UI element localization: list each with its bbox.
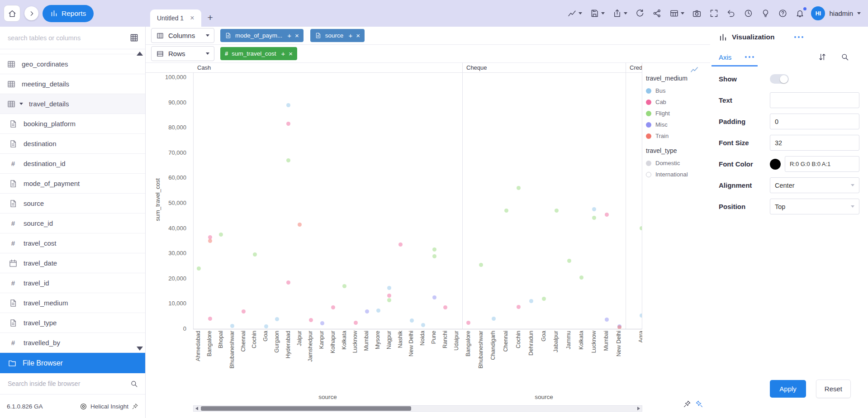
scroll-down-icon[interactable] [137, 347, 143, 351]
remove-icon[interactable]: × [356, 32, 360, 39]
main-area: Columns mode_of_paym...+×source+× Rows #… [146, 27, 710, 418]
legend-item-international[interactable]: International [646, 169, 709, 180]
tab-axis[interactable]: Axis [719, 48, 731, 66]
field-item-meeting_details[interactable]: meeting_details [0, 74, 145, 94]
chip-label: sum_travel_cost [232, 50, 276, 57]
field-item-destination_id[interactable]: #destination_id [0, 154, 145, 174]
field-item-travel_type[interactable]: travel_type [0, 313, 145, 333]
add-icon[interactable]: + [281, 50, 285, 57]
tab-untitled-1[interactable]: Untitled 1 × [150, 10, 201, 27]
sort-icon[interactable] [818, 52, 827, 62]
legend-item-bus[interactable]: Bus [646, 85, 709, 96]
remove-icon[interactable]: × [289, 50, 293, 57]
add-icon[interactable]: + [287, 32, 291, 39]
history-glyph [744, 9, 753, 18]
add-icon[interactable]: + [348, 32, 352, 39]
padding-input[interactable] [770, 114, 859, 129]
x-tick-label: Goa [541, 331, 547, 342]
share-icon[interactable] [652, 9, 662, 18]
field-item-travel_cost[interactable]: #travel_cost [0, 233, 145, 253]
field-item-source_id[interactable]: #source_id [0, 214, 145, 233]
field-item-source[interactable]: source [0, 194, 145, 214]
export-icon[interactable] [612, 9, 627, 18]
font-color-input[interactable] [785, 156, 859, 172]
legend-item-cab[interactable]: Cab [646, 96, 709, 108]
new-tab-button[interactable]: + [208, 13, 213, 22]
reports-button[interactable]: Reports [43, 5, 94, 22]
forward-button[interactable] [24, 6, 38, 20]
field-item-travel_date[interactable]: travel_date [0, 253, 145, 273]
chip-source[interactable]: source+× [310, 29, 365, 42]
file-search-input[interactable] [7, 380, 125, 388]
apply-button[interactable]: Apply [770, 380, 806, 398]
field-item-travel_id[interactable]: #travel_id [0, 273, 145, 293]
font-color-swatch[interactable] [770, 159, 781, 170]
field-item-travel_medium[interactable]: travel_medium [0, 293, 145, 313]
table-view-icon[interactable] [669, 9, 684, 18]
data-point [443, 305, 447, 309]
columns-dropdown[interactable]: Columns [151, 28, 214, 43]
refresh-icon[interactable] [635, 9, 645, 18]
y-tick-label: 40,000 [149, 225, 186, 232]
x-tick-label: New Delhi [616, 331, 622, 356]
snapshot-icon[interactable] [692, 9, 702, 18]
history-icon[interactable] [744, 9, 753, 18]
field-control [770, 156, 859, 172]
horizontal-scrollbar[interactable] [193, 405, 642, 412]
legend-item-misc[interactable]: Misc [646, 119, 709, 130]
more-options-icon[interactable] [794, 36, 803, 38]
font-size-input[interactable] [770, 135, 859, 151]
sparkline-icon[interactable] [690, 66, 699, 75]
home-button[interactable] [4, 5, 20, 22]
reset-button[interactable]: Reset [816, 380, 851, 398]
legend-item-flight[interactable]: Flight [646, 108, 709, 119]
idea-icon[interactable] [761, 9, 770, 18]
field-item-travel_details[interactable]: travel_details [0, 94, 145, 114]
alignment-select[interactable]: Center [770, 177, 859, 193]
pin-icon[interactable] [132, 403, 138, 410]
chip-mode-of-paym-[interactable]: mode_of_paym...+× [220, 29, 304, 42]
legend-item-train[interactable]: Train [646, 130, 709, 142]
search-icon[interactable] [840, 52, 849, 62]
show-toggle[interactable] [770, 74, 789, 84]
help-icon[interactable] [778, 9, 787, 18]
scroll-right-button[interactable] [636, 406, 642, 411]
field-item-booking_platform[interactable]: booking_platform [0, 114, 145, 134]
pin-icon[interactable] [683, 400, 691, 408]
file-browser-button[interactable]: File Browser [0, 353, 145, 373]
chevron-down-icon [601, 12, 605, 14]
pin-blue-icon[interactable] [695, 400, 703, 408]
field-label: travelled_by [24, 339, 60, 347]
tables-search-input[interactable] [7, 34, 123, 42]
field-item-travelled_by[interactable]: #travelled_by [0, 333, 145, 353]
data-point [592, 207, 596, 211]
field-label: travel_id [24, 279, 49, 287]
user-menu[interactable]: HI hiadmin [811, 0, 868, 27]
table-grid-button[interactable] [123, 27, 145, 49]
trend-chart-icon[interactable] [567, 9, 582, 18]
text-icon [9, 119, 18, 128]
scroll-left-button[interactable] [194, 406, 200, 411]
y-tick-label: 20,000 [149, 275, 186, 282]
legend-item-domestic[interactable]: Domestic [646, 157, 709, 169]
text-input[interactable] [770, 92, 859, 108]
rows-icon [156, 50, 164, 58]
field-control [770, 92, 859, 108]
position-select[interactable]: Top [770, 199, 859, 214]
field-item-geo_cordinates[interactable]: geo_cordinates [0, 54, 145, 74]
save-report-icon[interactable] [590, 9, 605, 18]
remove-icon[interactable]: × [295, 32, 299, 39]
field-item-destination[interactable]: destination [0, 134, 145, 154]
scroll-track[interactable] [200, 406, 636, 411]
tabs-more-icon[interactable] [745, 56, 754, 58]
rows-dropdown[interactable]: Rows [151, 46, 214, 61]
close-icon[interactable]: × [190, 14, 194, 22]
search-icon[interactable] [130, 380, 138, 388]
chip-sum-travel-cost[interactable]: #sum_travel_cost+× [220, 47, 297, 60]
fullscreen-icon[interactable] [709, 9, 719, 18]
field-item-mode_of_payment[interactable]: mode_of_payment [0, 174, 145, 194]
scroll-thumb[interactable] [201, 406, 411, 411]
undo-icon[interactable] [726, 9, 736, 18]
notifications-icon[interactable] [795, 9, 805, 18]
scroll-up-icon[interactable] [137, 52, 143, 56]
